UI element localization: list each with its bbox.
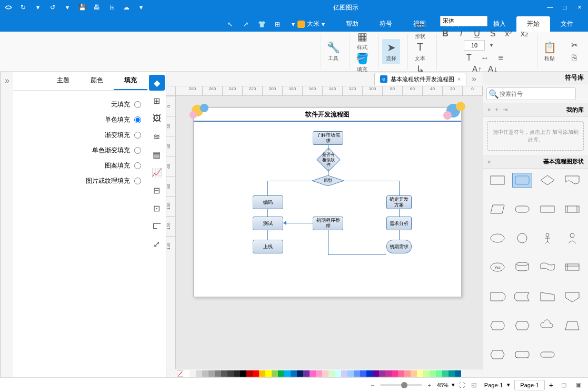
- strikethrough-icon[interactable]: S: [487, 28, 498, 39]
- shape-tape[interactable]: [537, 260, 557, 275]
- share-icon[interactable]: ↗: [242, 20, 250, 28]
- redo-icon[interactable]: ↻: [19, 3, 27, 12]
- table-tool[interactable]: ⊟: [149, 182, 165, 198]
- shape-rounded2[interactable]: [512, 347, 532, 362]
- props-tab-fill[interactable]: 填充: [114, 72, 147, 90]
- color-swatch[interactable]: [316, 370, 322, 377]
- cut-icon[interactable]: ✂: [569, 40, 580, 51]
- color-swatch[interactable]: [385, 370, 392, 377]
- color-swatch[interactable]: [322, 370, 328, 377]
- shape-parallelogram[interactable]: [487, 202, 507, 217]
- document-tab[interactable]: e 基本流程软件开发流程图 ×: [374, 73, 466, 85]
- text-button[interactable]: T 文本: [411, 41, 429, 62]
- shape-actor[interactable]: [562, 231, 582, 246]
- shape-hexagon2[interactable]: [487, 347, 507, 362]
- add-page-icon[interactable]: +: [549, 381, 553, 389]
- tab-file[interactable]: 文件: [550, 16, 584, 32]
- org-tool[interactable]: ⊡: [149, 200, 165, 216]
- fit-icon[interactable]: ◱: [470, 381, 478, 389]
- color-swatch[interactable]: [310, 370, 316, 377]
- close-icon[interactable]: ×: [487, 106, 491, 113]
- zoom-slider[interactable]: [380, 384, 422, 386]
- maximize-icon[interactable]: □: [561, 3, 569, 12]
- fill-option[interactable]: 单色渐变填充: [19, 143, 141, 158]
- flow-node[interactable]: 上线: [253, 240, 283, 253]
- color-swatch[interactable]: [430, 370, 436, 377]
- color-swatch[interactable]: [442, 370, 449, 377]
- print-icon[interactable]: 🖶: [93, 3, 101, 12]
- chevron-down-icon[interactable]: ▾: [490, 42, 493, 48]
- color-swatch[interactable]: [196, 370, 202, 377]
- bold-icon[interactable]: B: [440, 28, 451, 39]
- fill-option[interactable]: 图片或纹理填充: [19, 173, 141, 189]
- import-icon[interactable]: ⇥: [503, 106, 507, 113]
- shape-cylinder[interactable]: [512, 260, 532, 275]
- color-swatch[interactable]: [404, 370, 411, 377]
- symbol-search-input[interactable]: [486, 87, 576, 100]
- align-tool[interactable]: ⫍: [149, 218, 165, 234]
- shape-delay[interactable]: [487, 289, 507, 304]
- paste-button[interactable]: 📋 粘贴: [541, 41, 559, 62]
- outline-tool[interactable]: ▤: [149, 146, 165, 162]
- color-swatch[interactable]: [341, 370, 347, 377]
- cloud-icon[interactable]: ☁: [122, 3, 131, 12]
- flow-node-decision[interactable]: 是否有相似软件: [316, 148, 340, 171]
- color-swatch[interactable]: [328, 370, 335, 377]
- zoom-out-icon[interactable]: +: [425, 381, 434, 389]
- image-tool[interactable]: 🖼: [149, 111, 165, 126]
- color-swatch[interactable]: [360, 370, 366, 377]
- shape-diamond[interactable]: [537, 173, 557, 188]
- shape-rounded-rect[interactable]: [512, 173, 532, 188]
- color-swatch[interactable]: [303, 370, 310, 377]
- close-tab-icon[interactable]: ×: [457, 76, 461, 82]
- zoom-in-icon[interactable]: −: [368, 381, 377, 389]
- color-swatch[interactable]: [354, 370, 360, 377]
- collapse-panel-icon[interactable]: »: [1, 72, 13, 377]
- underline-icon[interactable]: U: [472, 28, 482, 39]
- shape-document[interactable]: [562, 173, 582, 188]
- style-button[interactable]: ▦ 样式: [353, 30, 371, 51]
- shape-pill2[interactable]: [537, 347, 557, 362]
- color-swatch[interactable]: [449, 370, 455, 377]
- dropdown-icon[interactable]: ▾: [34, 3, 42, 12]
- flow-node[interactable]: 初期程序整理: [313, 217, 343, 230]
- color-swatch[interactable]: [202, 370, 208, 377]
- shape-manual[interactable]: [537, 289, 557, 304]
- fill-option[interactable]: 图案填充: [19, 158, 141, 173]
- chevron-down-icon[interactable]: ▾: [452, 381, 455, 388]
- color-swatch[interactable]: [373, 370, 379, 377]
- color-swatch[interactable]: [423, 370, 430, 377]
- color-swatch[interactable]: [417, 370, 423, 377]
- subscript-icon[interactable]: x₂: [519, 28, 530, 39]
- chevron-down-icon[interactable]: ▾: [507, 381, 510, 388]
- shape-loop[interactable]: [512, 318, 532, 333]
- tab-symbol[interactable]: 符号: [369, 16, 403, 32]
- color-swatch[interactable]: [240, 370, 246, 377]
- color-swatch[interactable]: [234, 370, 240, 377]
- color-swatch[interactable]: [436, 370, 442, 377]
- page-current-tab[interactable]: Page-1: [514, 380, 544, 390]
- shape-button[interactable]: ▭ 形状: [411, 19, 429, 40]
- shape-stored[interactable]: [512, 289, 532, 304]
- fill-option[interactable]: 单色填充: [19, 112, 141, 128]
- flow-node[interactable]: 测试: [253, 217, 283, 230]
- shapes-header[interactable]: × 基本流程图形状: [483, 155, 588, 169]
- grid-icon[interactable]: ⊞: [273, 20, 282, 28]
- props-tab-color[interactable]: 颜色: [80, 72, 114, 90]
- color-swatch[interactable]: [366, 370, 373, 377]
- tabs-menu-icon[interactable]: »: [469, 74, 480, 84]
- pointer-icon[interactable]: ↖: [226, 20, 234, 28]
- flow-node[interactable]: 编码: [253, 195, 283, 209]
- color-swatch[interactable]: [183, 370, 190, 377]
- color-swatch[interactable]: [221, 370, 227, 377]
- drawing-page[interactable]: 软件开发流程图 了解市场需求 是否有相似软件 原型 确定开发方案 编码 需求分析…: [193, 107, 462, 297]
- line-height-icon[interactable]: ≡: [495, 53, 506, 63]
- color-swatch[interactable]: [272, 370, 278, 377]
- clear-format-icon[interactable]: T: [464, 53, 474, 63]
- no-fill-swatch[interactable]: [177, 370, 183, 377]
- flow-node[interactable]: 需求分析: [386, 217, 412, 230]
- shape-lib-tool[interactable]: ◆: [149, 75, 165, 91]
- close-icon[interactable]: ×: [575, 3, 584, 12]
- shape-person[interactable]: [537, 231, 557, 246]
- color-swatch[interactable]: [284, 370, 291, 377]
